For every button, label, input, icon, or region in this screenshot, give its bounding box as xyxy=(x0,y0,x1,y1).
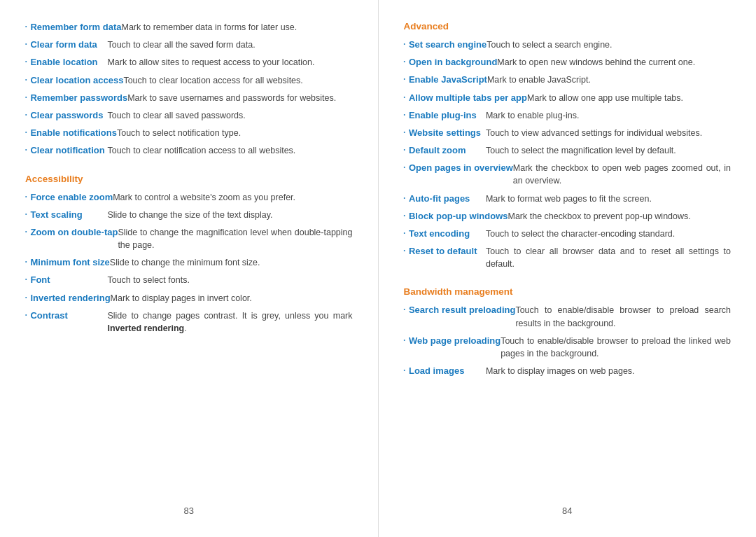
item-label: Remember passwords xyxy=(30,92,127,104)
accessibility-items-list: •Force enable zoomMark to control a webs… xyxy=(25,191,353,340)
list-item: •Enable plug-insMark to enable plug-ins. xyxy=(404,109,732,122)
item-description: Touch to view advanced settings for indi… xyxy=(486,127,731,139)
bullet-icon: • xyxy=(404,307,405,312)
list-item: •Open in backgroundMark to open new wind… xyxy=(404,56,732,69)
bullet-icon: • xyxy=(404,41,405,46)
item-label: Enable location xyxy=(30,56,107,69)
bullet-icon: • xyxy=(404,95,405,99)
item-description: Touch to select fonts. xyxy=(107,274,352,286)
list-item: •Set search engineTouch to select a sear… xyxy=(404,39,732,51)
item-description: Mark to enable plug-ins. xyxy=(486,109,731,122)
item-description: Slide to change the size of the text dis… xyxy=(107,209,352,221)
list-item: •Enable notificationsTouch to select not… xyxy=(25,127,353,139)
item-description: Touch to clear location access for all w… xyxy=(123,74,352,87)
accessibility-section-title: Accessibility xyxy=(25,174,353,184)
item-description: Slide to change the magnification level … xyxy=(118,226,352,251)
item-label: Load images xyxy=(409,365,486,377)
item-description: Mark to allow one app use multiple tabs. xyxy=(527,92,731,104)
list-item: •Enable JavaScriptMark to enable JavaScr… xyxy=(404,74,732,86)
bullet-icon: • xyxy=(404,195,405,200)
item-label: Auto-fit pages xyxy=(409,193,486,205)
list-item: •Website settingsTouch to view advanced … xyxy=(404,127,732,139)
list-item: •Web page preloadingTouch to enable/disa… xyxy=(404,335,732,360)
item-description: Mark to enable JavaScript. xyxy=(487,74,731,86)
item-label: Font xyxy=(30,274,107,286)
item-label: Clear form data xyxy=(30,39,107,51)
list-item: •Remember passwordsMark to save username… xyxy=(25,92,353,104)
bullet-icon: • xyxy=(404,165,405,169)
item-description: Mark to save usernames and passwords for… xyxy=(127,92,352,104)
item-description: Mark to control a website's zoom as you … xyxy=(113,191,352,204)
bullet-icon: • xyxy=(404,76,405,81)
bullet-icon: • xyxy=(25,41,27,46)
left-page: •Remember form dataMark to remember data… xyxy=(0,0,379,537)
item-description: Touch to clear all browser data and to r… xyxy=(486,245,731,270)
item-label: Enable plug-ins xyxy=(409,109,486,122)
left-page-number: 83 xyxy=(25,498,353,516)
item-description: Touch to select the character-encoding s… xyxy=(486,228,731,240)
list-item: •Default zoomTouch to select the magnifi… xyxy=(404,144,732,157)
item-label: Block pop-up windows xyxy=(409,210,508,223)
item-description: Mark to format web pages to fit the scre… xyxy=(486,193,731,205)
bullet-icon: • xyxy=(404,230,405,235)
item-label: Text encoding xyxy=(409,228,486,240)
list-item: •Open pages in overviewMark the checkbox… xyxy=(404,162,732,187)
bullet-icon: • xyxy=(25,59,27,64)
item-description: Touch to enable/disable browser to prelo… xyxy=(515,304,731,329)
list-item: •Text encodingTouch to select the charac… xyxy=(404,228,732,240)
list-item: •Search result preloadingTouch to enable… xyxy=(404,304,732,329)
bullet-icon: • xyxy=(25,259,27,264)
list-item: •Clear form dataTouch to clear all the s… xyxy=(25,39,353,51)
list-item: •ContrastSlide to change pages contrast.… xyxy=(25,309,353,335)
bandwidth-section-title: Bandwidth management xyxy=(404,286,732,297)
list-item: •Force enable zoomMark to control a webs… xyxy=(25,191,353,204)
bullet-icon: • xyxy=(25,95,27,99)
advanced-section-title: Advanced xyxy=(404,21,732,32)
item-description: Slide to change pages contrast. It is gr… xyxy=(107,309,352,335)
list-item: •Clear passwordsTouch to clear all saved… xyxy=(25,109,353,122)
item-description: Touch to clear notification access to al… xyxy=(107,144,352,157)
list-item: •Load imagesMark to display images on we… xyxy=(404,365,732,377)
list-item: •Zoom on double-tapSlide to change the m… xyxy=(25,226,353,251)
item-label: Inverted rendering xyxy=(30,292,110,305)
bullet-icon: • xyxy=(25,147,27,152)
item-description: Mark to display images on web pages. xyxy=(486,365,731,377)
bullet-icon: • xyxy=(404,147,405,152)
item-label: Clear location access xyxy=(30,74,123,87)
bullet-icon: • xyxy=(25,211,27,216)
item-label: Minimum font size xyxy=(30,256,109,269)
item-description: Touch to enable/disable browser to prelo… xyxy=(500,335,731,360)
bullet-icon: • xyxy=(25,112,27,117)
item-label: Remember form data xyxy=(30,21,121,34)
item-label: Web page preloading xyxy=(409,335,500,347)
item-description: Touch to clear all saved passwords. xyxy=(107,109,352,122)
item-label: Force enable zoom xyxy=(30,191,113,204)
item-description: Touch to select notification type. xyxy=(117,127,353,139)
item-label: Set search engine xyxy=(409,39,486,51)
list-item: •Auto-fit pagesMark to format web pages … xyxy=(404,193,732,205)
item-description: Slide to change the minimum font size. xyxy=(110,256,353,269)
right-page: Advanced •Set search engineTouch to sele… xyxy=(379,0,757,537)
list-item: •Remember form dataMark to remember data… xyxy=(25,21,353,34)
advanced-items-list: •Set search engineTouch to select a sear… xyxy=(404,39,732,275)
bullet-icon: • xyxy=(404,368,405,372)
item-label: Contrast xyxy=(30,309,107,322)
bullet-icon: • xyxy=(25,277,27,281)
list-item: •Block pop-up windowsMark the checkbox t… xyxy=(404,210,732,223)
bullet-icon: • xyxy=(404,112,405,117)
item-label: Allow multiple tabs per app xyxy=(409,92,527,104)
bullet-icon: • xyxy=(25,194,27,199)
item-label: Open pages in overview xyxy=(409,162,513,174)
bullet-icon: • xyxy=(404,248,405,253)
list-item: •Clear notificationTouch to clear notifi… xyxy=(25,144,353,157)
item-label: Zoom on double-tap xyxy=(30,226,118,239)
item-label: Enable JavaScript xyxy=(409,74,487,86)
list-item: •Allow multiple tabs per appMark to allo… xyxy=(404,92,732,104)
bullet-icon: • xyxy=(25,229,27,234)
item-description: Mark to open new windows behind the curr… xyxy=(497,56,731,69)
item-label: Text scaling xyxy=(30,209,107,221)
bullet-icon: • xyxy=(25,295,27,300)
item-label: Open in background xyxy=(409,56,497,69)
item-description: Mark the checkbox to open web pages zoom… xyxy=(513,162,731,187)
item-description: Mark the checkbox to prevent pop-up wind… xyxy=(508,210,732,223)
